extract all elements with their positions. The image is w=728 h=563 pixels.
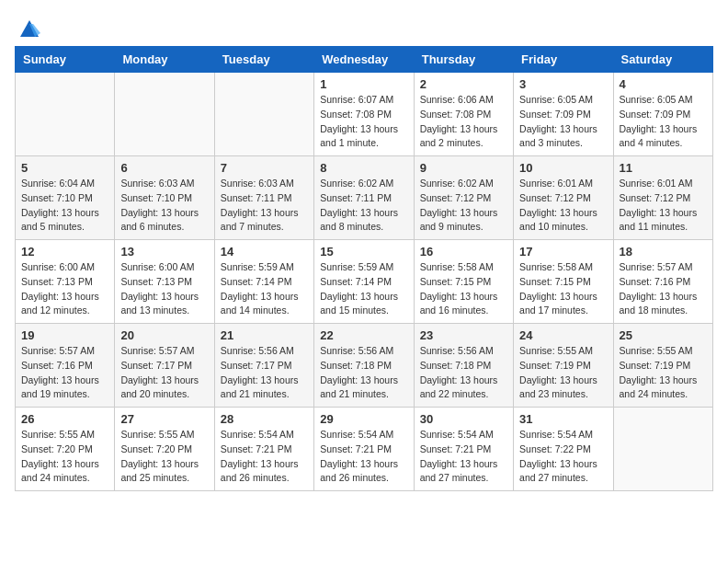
day-number: 29 [320, 412, 407, 426]
weekday-header-saturday: Saturday [613, 47, 712, 73]
day-info: Sunrise: 6:01 AMSunset: 7:12 PMDaylight:… [620, 177, 707, 235]
calendar-cell: 15Sunrise: 5:59 AMSunset: 7:14 PMDayligh… [314, 240, 414, 324]
calendar-cell: 5Sunrise: 6:04 AMSunset: 7:10 PMDaylight… [16, 156, 115, 240]
weekday-header-wednesday: Wednesday [314, 47, 414, 73]
day-info: Sunrise: 6:06 AMSunset: 7:08 PMDaylight:… [420, 93, 507, 151]
calendar-cell: 27Sunrise: 5:55 AMSunset: 7:20 PMDayligh… [115, 408, 214, 491]
weekday-header-monday: Monday [115, 47, 214, 73]
day-info: Sunrise: 5:57 AMSunset: 7:16 PMDaylight:… [620, 260, 707, 318]
day-number: 6 [120, 161, 208, 175]
day-info: Sunrise: 6:04 AMSunset: 7:10 PMDaylight:… [21, 177, 108, 235]
calendar-week-3: 12Sunrise: 6:00 AMSunset: 7:13 PMDayligh… [16, 240, 713, 324]
calendar-cell: 2Sunrise: 6:06 AMSunset: 7:08 PMDaylight… [414, 73, 513, 156]
day-number: 11 [620, 161, 707, 175]
day-number: 5 [21, 161, 108, 175]
day-number: 28 [221, 412, 308, 426]
calendar-week-2: 5Sunrise: 6:04 AMSunset: 7:10 PMDaylight… [16, 156, 713, 240]
day-number: 8 [320, 161, 407, 175]
day-info: Sunrise: 6:05 AMSunset: 7:09 PMDaylight:… [519, 93, 607, 151]
day-info: Sunrise: 5:54 AMSunset: 7:22 PMDaylight:… [519, 428, 607, 486]
day-info: Sunrise: 6:03 AMSunset: 7:11 PMDaylight:… [221, 177, 308, 235]
calendar-cell: 16Sunrise: 5:58 AMSunset: 7:15 PMDayligh… [414, 240, 513, 324]
day-number: 30 [420, 412, 507, 426]
calendar-cell: 23Sunrise: 5:56 AMSunset: 7:18 PMDayligh… [414, 324, 513, 408]
calendar-cell: 17Sunrise: 5:58 AMSunset: 7:15 PMDayligh… [514, 240, 613, 324]
page-header [15, 15, 713, 37]
day-info: Sunrise: 6:07 AMSunset: 7:08 PMDaylight:… [320, 93, 407, 151]
day-info: Sunrise: 6:02 AMSunset: 7:11 PMDaylight:… [320, 177, 407, 235]
calendar-cell [214, 73, 313, 156]
day-number: 16 [420, 245, 507, 259]
calendar-cell [613, 408, 712, 491]
calendar-cell: 24Sunrise: 5:55 AMSunset: 7:19 PMDayligh… [514, 324, 613, 408]
day-info: Sunrise: 6:05 AMSunset: 7:09 PMDaylight:… [620, 93, 707, 151]
calendar-cell: 7Sunrise: 6:03 AMSunset: 7:11 PMDaylight… [214, 156, 313, 240]
calendar-cell: 8Sunrise: 6:02 AMSunset: 7:11 PMDaylight… [314, 156, 414, 240]
weekday-header-sunday: Sunday [16, 47, 115, 73]
calendar-week-1: 1Sunrise: 6:07 AMSunset: 7:08 PMDaylight… [16, 73, 713, 156]
day-info: Sunrise: 6:02 AMSunset: 7:12 PMDaylight:… [420, 177, 507, 235]
day-info: Sunrise: 5:54 AMSunset: 7:21 PMDaylight:… [221, 428, 308, 486]
logo-icon [17, 15, 42, 40]
day-info: Sunrise: 5:55 AMSunset: 7:19 PMDaylight:… [620, 344, 707, 402]
weekday-header-row: SundayMondayTuesdayWednesdayThursdayFrid… [16, 47, 713, 73]
day-number: 1 [320, 77, 407, 91]
weekday-header-tuesday: Tuesday [214, 47, 313, 73]
calendar-cell: 20Sunrise: 5:57 AMSunset: 7:17 PMDayligh… [115, 324, 214, 408]
calendar-cell: 21Sunrise: 5:56 AMSunset: 7:17 PMDayligh… [214, 324, 313, 408]
day-info: Sunrise: 6:00 AMSunset: 7:13 PMDaylight:… [120, 260, 208, 318]
day-info: Sunrise: 5:55 AMSunset: 7:20 PMDaylight:… [21, 428, 108, 486]
calendar-cell: 6Sunrise: 6:03 AMSunset: 7:10 PMDaylight… [115, 156, 214, 240]
calendar-cell: 1Sunrise: 6:07 AMSunset: 7:08 PMDaylight… [314, 73, 414, 156]
calendar-cell [16, 73, 115, 156]
calendar-cell: 9Sunrise: 6:02 AMSunset: 7:12 PMDaylight… [414, 156, 513, 240]
calendar-cell: 3Sunrise: 6:05 AMSunset: 7:09 PMDaylight… [514, 73, 613, 156]
day-number: 24 [519, 328, 607, 342]
calendar-cell: 22Sunrise: 5:56 AMSunset: 7:18 PMDayligh… [314, 324, 414, 408]
day-number: 27 [120, 412, 208, 426]
day-info: Sunrise: 5:59 AMSunset: 7:14 PMDaylight:… [320, 260, 407, 318]
day-number: 13 [120, 245, 208, 259]
day-number: 9 [420, 161, 507, 175]
calendar-cell: 30Sunrise: 5:54 AMSunset: 7:21 PMDayligh… [414, 408, 513, 491]
day-info: Sunrise: 5:58 AMSunset: 7:15 PMDaylight:… [519, 260, 607, 318]
day-info: Sunrise: 6:03 AMSunset: 7:10 PMDaylight:… [120, 177, 208, 235]
calendar-cell: 31Sunrise: 5:54 AMSunset: 7:22 PMDayligh… [514, 408, 613, 491]
day-number: 23 [420, 328, 507, 342]
day-info: Sunrise: 5:58 AMSunset: 7:15 PMDaylight:… [420, 260, 507, 318]
day-number: 10 [519, 161, 607, 175]
calendar-week-5: 26Sunrise: 5:55 AMSunset: 7:20 PMDayligh… [16, 408, 713, 491]
day-number: 17 [519, 245, 607, 259]
calendar-cell: 4Sunrise: 6:05 AMSunset: 7:09 PMDaylight… [613, 73, 712, 156]
day-info: Sunrise: 5:59 AMSunset: 7:14 PMDaylight:… [221, 260, 308, 318]
calendar-cell: 18Sunrise: 5:57 AMSunset: 7:16 PMDayligh… [613, 240, 712, 324]
day-number: 14 [221, 245, 308, 259]
day-number: 12 [21, 245, 108, 259]
day-number: 21 [221, 328, 308, 342]
day-info: Sunrise: 5:56 AMSunset: 7:18 PMDaylight:… [320, 344, 407, 402]
day-info: Sunrise: 5:55 AMSunset: 7:19 PMDaylight:… [519, 344, 607, 402]
day-number: 31 [519, 412, 607, 426]
day-info: Sunrise: 6:00 AMSunset: 7:13 PMDaylight:… [21, 260, 108, 318]
calendar-cell: 28Sunrise: 5:54 AMSunset: 7:21 PMDayligh… [214, 408, 313, 491]
logo [15, 15, 42, 37]
day-info: Sunrise: 5:55 AMSunset: 7:20 PMDaylight:… [120, 428, 208, 486]
day-number: 7 [221, 161, 308, 175]
weekday-header-friday: Friday [514, 47, 613, 73]
calendar-week-4: 19Sunrise: 5:57 AMSunset: 7:16 PMDayligh… [16, 324, 713, 408]
day-info: Sunrise: 5:54 AMSunset: 7:21 PMDaylight:… [320, 428, 407, 486]
day-number: 18 [620, 245, 707, 259]
day-number: 15 [320, 245, 407, 259]
day-number: 20 [120, 328, 208, 342]
day-info: Sunrise: 6:01 AMSunset: 7:12 PMDaylight:… [519, 177, 607, 235]
day-number: 2 [420, 77, 507, 91]
day-number: 4 [620, 77, 707, 91]
weekday-header-thursday: Thursday [414, 47, 513, 73]
day-number: 25 [620, 328, 707, 342]
calendar-cell: 12Sunrise: 6:00 AMSunset: 7:13 PMDayligh… [16, 240, 115, 324]
calendar-cell: 19Sunrise: 5:57 AMSunset: 7:16 PMDayligh… [16, 324, 115, 408]
calendar-cell: 10Sunrise: 6:01 AMSunset: 7:12 PMDayligh… [514, 156, 613, 240]
day-info: Sunrise: 5:56 AMSunset: 7:18 PMDaylight:… [420, 344, 507, 402]
calendar-cell [115, 73, 214, 156]
day-number: 22 [320, 328, 407, 342]
